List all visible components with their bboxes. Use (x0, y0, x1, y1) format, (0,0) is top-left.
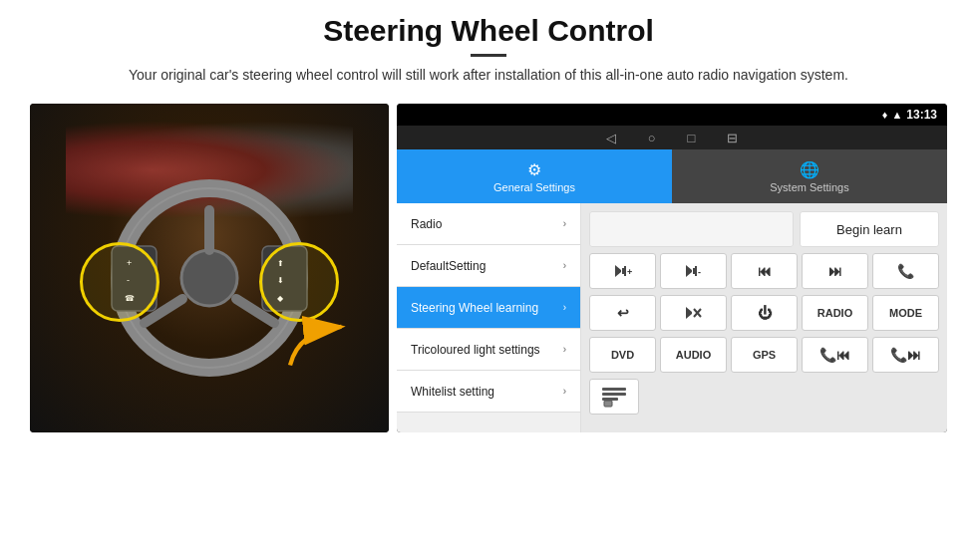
wifi-icon: ▲ (891, 109, 902, 121)
header-section: Steering Wheel Control Your original car… (0, 0, 977, 94)
recent-nav-icon[interactable]: □ (688, 131, 696, 145)
scan-icon (600, 385, 628, 409)
location-icon: ♦ (882, 109, 888, 121)
svg-rect-26 (602, 388, 626, 391)
svg-marker-23 (686, 307, 692, 319)
svg-marker-19 (686, 265, 692, 277)
mode-btn[interactable]: MODE (872, 295, 939, 331)
vol-down-btn[interactable]: - (660, 253, 727, 289)
menu-item-steering-label: Steering Wheel learning (411, 301, 563, 315)
status-bar-right-icons: ♦ ▲ 13:13 (882, 108, 937, 122)
mute-icon (683, 304, 705, 322)
menu-item-default-chevron: › (563, 260, 566, 271)
car-image-section: + - ☎ ⬆ ⬇ ◆ (30, 104, 389, 432)
menu-item-whitelist-label: Whitelist setting (411, 385, 563, 399)
phone-prev-btn[interactable]: 📞⏮ (802, 337, 868, 373)
vol-down-icon: - (683, 262, 705, 280)
dvd-btn[interactable]: DVD (589, 337, 656, 373)
svg-rect-27 (602, 393, 626, 396)
audio-btn[interactable]: AUDIO (660, 337, 727, 373)
prev-track-btn[interactable]: ⏮ (731, 253, 798, 289)
menu-item-steering-chevron: › (563, 302, 566, 313)
scan-btn[interactable] (589, 379, 639, 415)
yellow-circle-left (80, 242, 160, 322)
menu-item-default-label: DefaultSetting (411, 259, 563, 273)
svg-marker-15 (615, 265, 621, 277)
cast-nav-icon[interactable]: ⊟ (727, 131, 738, 145)
tab-general-label: General Settings (493, 181, 575, 193)
begin-learn-row: Begin learn (589, 211, 939, 247)
mute-btn[interactable] (660, 295, 727, 331)
home-nav-icon[interactable]: ○ (648, 131, 656, 145)
page-container: Steering Wheel Control Your original car… (0, 0, 977, 560)
tab-system-label: System Settings (770, 181, 848, 193)
hang-up-btn[interactable]: ↩ (589, 295, 656, 331)
scan-row (589, 379, 939, 415)
next-track-btn[interactable]: ⏭ (802, 253, 868, 289)
arrow-overlay (280, 314, 360, 374)
status-time: 13:13 (906, 108, 937, 122)
svg-text:+: + (627, 267, 632, 277)
status-bar: ♦ ▲ 13:13 (397, 104, 947, 126)
power-btn[interactable]: ⏻ (731, 295, 798, 331)
menu-item-radio[interactable]: Radio › (397, 203, 580, 245)
page-title: Steering Wheel Control (40, 14, 937, 48)
menu-item-radio-chevron: › (563, 218, 566, 229)
menu-item-tricoloured[interactable]: Tricoloured light settings › (397, 329, 580, 371)
subtitle: Your original car's steering wheel contr… (90, 65, 887, 86)
control-row-2: ↩ ⏻ RADIO MODE (589, 295, 939, 331)
yellow-circle-right (259, 242, 339, 322)
settings-panel: Begin learn + (581, 203, 947, 432)
car-image-bg: + - ☎ ⬆ ⬇ ◆ (30, 104, 389, 432)
menu-item-whitelist[interactable]: Whitelist setting › (397, 371, 580, 413)
svg-point-1 (181, 250, 237, 306)
svg-text:-: - (698, 267, 701, 277)
general-settings-icon: ⚙ (527, 160, 541, 179)
control-row-3: DVD AUDIO GPS 📞⏮ 📞⏭ (589, 337, 939, 373)
vol-up-icon: + (612, 262, 634, 280)
settings-content: Radio › DefaultSetting › Steering Wheel … (397, 203, 947, 432)
phone-next-btn[interactable]: 📞⏭ (872, 337, 939, 373)
vol-up-btn[interactable]: + (589, 253, 656, 289)
content-area: + - ☎ ⬆ ⬇ ◆ (0, 94, 977, 560)
phone-answer-btn[interactable]: 📞 (872, 253, 939, 289)
svg-rect-29 (604, 401, 612, 407)
radio-btn[interactable]: RADIO (802, 295, 868, 331)
begin-learn-empty-area (589, 211, 794, 247)
menu-item-radio-label: Radio (411, 217, 563, 231)
menu-item-tricoloured-chevron: › (563, 344, 566, 355)
tab-general[interactable]: ⚙ General Settings (397, 149, 672, 203)
gps-btn[interactable]: GPS (731, 337, 798, 373)
back-nav-icon[interactable]: ◁ (606, 131, 616, 145)
settings-tabs: ⚙ General Settings 🌐 System Settings (397, 149, 947, 203)
title-divider (471, 54, 506, 57)
tab-system[interactable]: 🌐 System Settings (672, 149, 947, 203)
settings-menu: Radio › DefaultSetting › Steering Wheel … (397, 203, 581, 432)
nav-bar: ◁ ○ □ ⊟ (397, 126, 947, 149)
menu-item-whitelist-chevron: › (563, 386, 566, 397)
device-section: ♦ ▲ 13:13 ◁ ○ □ ⊟ ⚙ General Settings � (397, 104, 947, 432)
menu-item-defaultsetting[interactable]: DefaultSetting › (397, 245, 580, 287)
control-row-1: + - ⏮ ⏭ 📞 (589, 253, 939, 289)
begin-learn-button[interactable]: Begin learn (800, 211, 939, 247)
menu-item-tricoloured-label: Tricoloured light settings (411, 343, 563, 357)
menu-item-steering[interactable]: Steering Wheel learning › (397, 287, 580, 329)
system-settings-icon: 🌐 (800, 160, 819, 179)
